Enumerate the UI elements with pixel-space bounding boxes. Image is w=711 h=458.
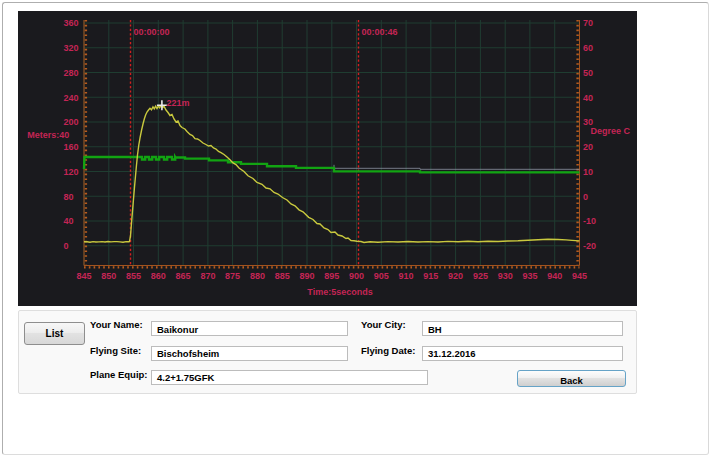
svg-text:240: 240 xyxy=(64,93,79,103)
svg-text:70: 70 xyxy=(583,18,593,28)
svg-text:360: 360 xyxy=(64,18,79,28)
svg-text:875: 875 xyxy=(225,271,240,281)
svg-text:880: 880 xyxy=(250,271,265,281)
svg-text:855: 855 xyxy=(126,271,141,281)
svg-text:221m: 221m xyxy=(167,98,190,108)
svg-text:-20: -20 xyxy=(583,241,596,251)
svg-text:870: 870 xyxy=(200,271,215,281)
svg-text:905: 905 xyxy=(374,271,389,281)
svg-text:920: 920 xyxy=(448,271,463,281)
svg-text:930: 930 xyxy=(498,271,513,281)
svg-text:160: 160 xyxy=(64,142,79,152)
svg-text:0: 0 xyxy=(64,241,69,251)
svg-text:40: 40 xyxy=(64,216,74,226)
svg-text:865: 865 xyxy=(176,271,191,281)
svg-text:200: 200 xyxy=(64,117,79,127)
svg-text:320: 320 xyxy=(64,43,79,53)
svg-text:945: 945 xyxy=(572,271,587,281)
svg-text:Degree C: Degree C xyxy=(591,126,631,136)
svg-text:940: 940 xyxy=(547,271,562,281)
svg-text:900: 900 xyxy=(349,271,364,281)
svg-text:890: 890 xyxy=(299,271,314,281)
svg-text:895: 895 xyxy=(324,271,339,281)
svg-text:850: 850 xyxy=(101,271,116,281)
svg-text:00:00:00: 00:00:00 xyxy=(134,27,170,37)
svg-text:925: 925 xyxy=(473,271,488,281)
svg-text:00:00:46: 00:00:46 xyxy=(362,27,398,37)
svg-text:910: 910 xyxy=(399,271,414,281)
svg-text:Meters:40: Meters:40 xyxy=(27,130,69,140)
svg-text:280: 280 xyxy=(64,68,79,78)
svg-text:860: 860 xyxy=(151,271,166,281)
svg-text:40: 40 xyxy=(583,93,593,103)
svg-text:120: 120 xyxy=(64,167,79,177)
svg-text:0: 0 xyxy=(583,192,588,202)
svg-text:-10: -10 xyxy=(583,216,596,226)
svg-text:Time:5seconds: Time:5seconds xyxy=(307,287,372,297)
svg-text:935: 935 xyxy=(522,271,537,281)
svg-text:885: 885 xyxy=(275,271,290,281)
svg-text:10: 10 xyxy=(583,167,593,177)
svg-text:50: 50 xyxy=(583,68,593,78)
svg-text:80: 80 xyxy=(64,192,74,202)
svg-text:20: 20 xyxy=(583,142,593,152)
svg-text:915: 915 xyxy=(423,271,438,281)
svg-text:845: 845 xyxy=(76,271,91,281)
svg-text:60: 60 xyxy=(583,43,593,53)
